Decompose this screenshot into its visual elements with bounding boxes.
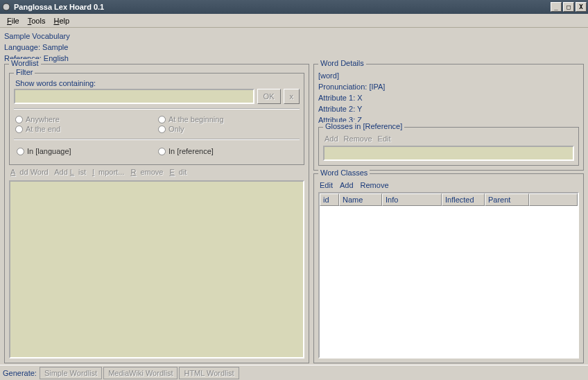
word-details-panel: Word Details [word] Pronunciation: [IPA]…: [313, 64, 584, 171]
svg-point-0: [3, 3, 10, 10]
glosses-panel: Glosses in [Reference] Add Remove Edit: [318, 127, 579, 166]
wc-add[interactable]: Add: [340, 181, 354, 189]
word-classes-legend: Word Classes: [318, 169, 370, 177]
language-label: Language: Sample: [4, 42, 584, 53]
reference-label: Reference: English: [4, 53, 584, 64]
gen-simple-button[interactable]: Simple Wordlist: [40, 367, 102, 379]
generate-label: Generate:: [3, 369, 37, 377]
filter-panel: Filter Show words containing: OK x Anywh…: [9, 73, 304, 165]
menubar: File Tools Help: [0, 14, 588, 28]
filter-ok-button[interactable]: OK: [257, 89, 281, 104]
statusbar: Generate: Simple Wordlist MediaWiki Word…: [0, 365, 588, 380]
col-info[interactable]: Info: [382, 193, 442, 206]
word-classes-table[interactable]: id Name Info Inflected Parent: [318, 192, 579, 359]
menu-file[interactable]: File: [3, 15, 24, 26]
show-words-label: Show words containing:: [15, 79, 300, 87]
col-inflected[interactable]: Inflected: [442, 193, 485, 206]
word-classes-panel: Word Classes Edit Add Remove id Name Inf…: [313, 173, 584, 363]
gen-mediawiki-button[interactable]: MediaWiki Wordlist: [103, 367, 178, 379]
radio-only[interactable]: Only: [157, 124, 300, 134]
remove-action[interactable]: Remove: [130, 168, 163, 176]
radio-in-reference[interactable]: In [reference]: [157, 146, 298, 156]
col-name[interactable]: Name: [339, 193, 382, 206]
add-list-action[interactable]: Add List: [54, 168, 86, 176]
import-action[interactable]: Import...: [92, 168, 124, 176]
wordlist-legend: Wordlist: [9, 59, 41, 67]
radio-anywhere[interactable]: Anywhere: [14, 114, 157, 124]
gloss-remove[interactable]: Remove: [344, 135, 372, 143]
gloss-add[interactable]: Add: [325, 135, 338, 143]
add-word-action[interactable]: Add Word: [10, 168, 49, 176]
vocab-title: Sample Vocabulary: [4, 31, 584, 42]
titlebar: Panglossa Lex Hoard 0.1 _ □ X: [0, 0, 588, 14]
glosses-listbox[interactable]: [323, 146, 574, 161]
col-id[interactable]: id: [320, 193, 339, 206]
word-details-legend: Word Details: [318, 59, 366, 67]
wordlist-actions: Add Word Add List Import... Remove Edit: [9, 165, 304, 179]
col-spacer: [529, 193, 578, 206]
wc-edit[interactable]: Edit: [320, 181, 333, 189]
close-button[interactable]: X: [576, 2, 587, 12]
gloss-edit[interactable]: Edit: [378, 135, 391, 143]
menu-tools[interactable]: Tools: [24, 15, 50, 26]
wordlist-panel: Wordlist Filter Show words containing: O…: [4, 64, 309, 363]
detail-word: [word]: [318, 70, 579, 81]
edit-action[interactable]: Edit: [169, 168, 187, 176]
minimize-button[interactable]: _: [551, 2, 562, 12]
detail-attr1: Attribute 1: X: [318, 92, 579, 103]
glosses-legend: Glosses in [Reference]: [323, 122, 404, 130]
detail-pronunciation: Pronunciation: [IPA]: [318, 81, 579, 92]
detail-attr2: Attribute 2: Y: [318, 103, 579, 114]
maximize-button[interactable]: □: [563, 2, 574, 12]
wordlist-listbox[interactable]: [9, 180, 304, 359]
col-parent[interactable]: Parent: [485, 193, 529, 206]
app-icon: [1, 2, 11, 12]
filter-input[interactable]: [14, 89, 254, 104]
gen-html-button[interactable]: HTML Wordlist: [179, 367, 239, 379]
info-area: Sample Vocabulary Language: Sample Refer…: [0, 28, 588, 65]
window-title: Panglossa Lex Hoard 0.1: [14, 3, 549, 11]
filter-clear-button[interactable]: x: [284, 89, 300, 104]
radio-at-beginning[interactable]: At the beginning: [157, 114, 300, 124]
menu-help[interactable]: Help: [49, 15, 74, 26]
wc-remove[interactable]: Remove: [361, 181, 389, 189]
filter-legend: Filter: [14, 68, 35, 76]
radio-in-language[interactable]: In [language]: [15, 146, 157, 156]
radio-at-end[interactable]: At the end: [14, 124, 157, 134]
